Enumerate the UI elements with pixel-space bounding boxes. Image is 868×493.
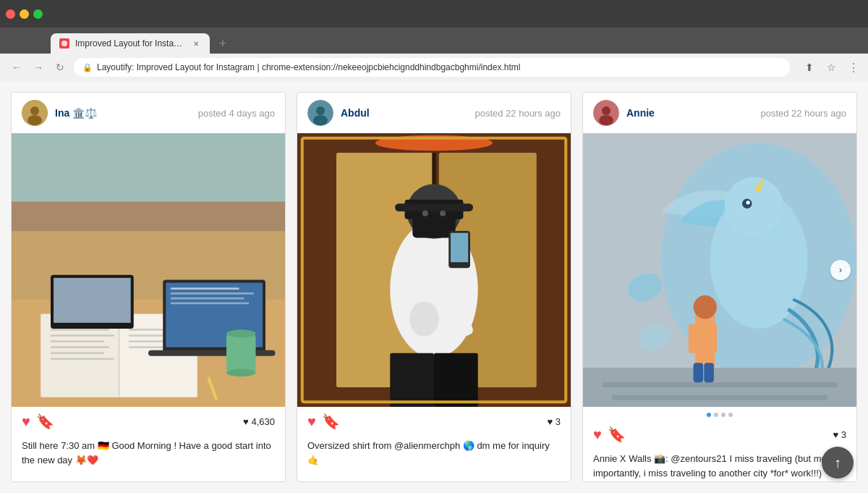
- like-button-ina[interactable]: ♥: [22, 413, 30, 430]
- svg-rect-27: [171, 298, 244, 300]
- svg-rect-13: [51, 334, 114, 337]
- avatar-annie: [593, 100, 619, 126]
- carousel-dot-2[interactable]: [714, 413, 718, 417]
- post-actions-abdul: ♥ 🔖 ♥ 3: [297, 407, 571, 436]
- post-card-abdul: Abdul posted 22 hours ago: [297, 92, 571, 482]
- svg-rect-12: [51, 329, 109, 331]
- like-heart-ina: ♥: [243, 416, 251, 427]
- svg-rect-14: [51, 340, 104, 342]
- svg-rect-25: [171, 287, 239, 290]
- post-caption-annie: Annie X Walls 📸: @zentours21 I miss trav…: [583, 449, 856, 481]
- browser-menu-button[interactable]: ⋮: [848, 61, 859, 75]
- post-actions-annie: ♥ 🔖 ♥ 3: [583, 420, 856, 449]
- post-time-annie: posted 22 hours ago: [760, 108, 846, 119]
- bookmark-button-annie[interactable]: 🔖: [608, 426, 626, 443]
- svg-point-59: [602, 106, 610, 115]
- svg-rect-30: [54, 278, 131, 323]
- post-time-ina: posted 4 days ago: [198, 108, 275, 119]
- username-ina[interactable]: Ina 🏛️⚖️: [55, 107, 97, 119]
- post-image-ina: [12, 133, 285, 407]
- heart-icon-annie: ♥: [593, 426, 602, 443]
- svg-rect-31: [226, 334, 256, 373]
- heart-icon-abdul: ♥: [307, 413, 316, 430]
- svg-rect-74: [694, 363, 704, 382]
- heart-icon-ina: ♥: [22, 413, 30, 430]
- forward-button[interactable]: →: [30, 59, 46, 75]
- post-header-annie: Annie posted 22 hours ago: [583, 93, 856, 133]
- carousel-dots: [583, 407, 856, 420]
- svg-point-3: [27, 115, 42, 125]
- post-caption-ina: Still here 7:30 am 🇩🇪 Good Morning ! Hav…: [12, 436, 285, 481]
- svg-point-60: [599, 115, 613, 125]
- bookmark-icon-abdul: 🔖: [322, 413, 340, 430]
- close-button[interactable]: [6, 9, 15, 19]
- bookmark-button-ina[interactable]: 🔖: [36, 413, 54, 430]
- bookmark-button-abdul[interactable]: 🔖: [322, 413, 340, 430]
- back-button[interactable]: ←: [9, 59, 25, 75]
- post-caption-abdul: Oversized shirt from @alienmerchph 🌎 dm …: [297, 436, 571, 481]
- bookmark-icon-annie: 🔖: [608, 426, 626, 443]
- like-button-annie[interactable]: ♥: [593, 426, 602, 443]
- svg-rect-17: [51, 358, 114, 361]
- caption-text-abdul: Oversized shirt from @alienmerchph 🌎 dm …: [307, 440, 550, 465]
- address-bar: ← → ↻ 🔒 Layoutify: Improved Layout for I…: [0, 54, 868, 81]
- carousel-dot-3[interactable]: [721, 413, 726, 417]
- svg-point-36: [316, 106, 325, 115]
- svg-point-71: [694, 295, 717, 319]
- svg-point-54: [409, 301, 439, 337]
- svg-rect-46: [395, 203, 473, 211]
- svg-rect-56: [434, 353, 478, 407]
- browser-chrome: [0, 0, 868, 28]
- svg-point-66: [746, 201, 749, 204]
- avatar-ina: [22, 100, 48, 126]
- svg-rect-69: [613, 395, 827, 400]
- svg-point-32: [226, 329, 256, 337]
- maximize-button[interactable]: [33, 9, 43, 19]
- scroll-to-top-button[interactable]: ↑: [822, 447, 854, 479]
- post-image-abdul: [297, 133, 571, 407]
- share-button[interactable]: ⬆: [801, 59, 817, 75]
- carousel-next-button[interactable]: ›: [830, 260, 851, 280]
- address-input[interactable]: 🔒 Layoutify: Improved Layout for Instagr…: [74, 58, 790, 77]
- minimize-button[interactable]: [20, 9, 29, 19]
- svg-rect-6: [12, 202, 285, 232]
- tab-favicon: [59, 38, 69, 49]
- main-content: Ina 🏛️⚖️ posted 4 days ago: [0, 81, 868, 493]
- new-tab-button[interactable]: +: [213, 33, 233, 54]
- username-abdul[interactable]: Abdul: [341, 107, 370, 119]
- post-header-abdul: Abdul posted 22 hours ago: [297, 93, 571, 133]
- address-text: Layoutify: Improved Layout for Instagram…: [97, 62, 781, 72]
- post-time-abdul: posted 22 hours ago: [475, 108, 561, 119]
- active-tab[interactable]: Improved Layout for Instagram ✕: [51, 33, 210, 54]
- svg-rect-51: [451, 233, 468, 263]
- carousel-dot-1[interactable]: [707, 413, 711, 417]
- carousel-dot-4[interactable]: [728, 413, 733, 417]
- bookmark-page-button[interactable]: ☆: [823, 59, 839, 75]
- caption-text-annie: Annie X Walls 📸: @zentours21 I miss trav…: [593, 453, 834, 481]
- svg-point-2: [30, 106, 39, 115]
- svg-point-37: [313, 115, 328, 125]
- svg-rect-68: [603, 382, 837, 387]
- post-image-annie: ›: [583, 133, 856, 407]
- traffic-lights: [6, 9, 43, 19]
- svg-point-33: [226, 368, 256, 376]
- tab-title: Improved Layout for Instagram: [75, 38, 185, 49]
- svg-rect-16: [51, 352, 104, 354]
- tab-close-button[interactable]: ✕: [191, 38, 201, 49]
- refresh-button[interactable]: ↻: [52, 59, 68, 75]
- svg-rect-26: [171, 292, 254, 295]
- like-count-ina: ♥ 4,630: [243, 416, 275, 427]
- bookmark-icon-ina: 🔖: [36, 413, 54, 430]
- like-count-annie: ♥ 3: [833, 429, 846, 440]
- svg-point-49: [440, 211, 446, 216]
- svg-rect-24: [148, 350, 276, 356]
- username-annie[interactable]: Annie: [626, 107, 655, 119]
- post-card-ina: Ina 🏛️⚖️ posted 4 days ago: [11, 92, 286, 482]
- posts-container: Ina 🏛️⚖️ posted 4 days ago: [0, 81, 868, 493]
- lock-icon: 🔒: [82, 63, 93, 72]
- like-count-abdul: ♥ 3: [547, 416, 561, 427]
- svg-point-0: [61, 41, 67, 46]
- svg-rect-55: [390, 353, 434, 407]
- post-card-annie: Annie posted 22 hours ago: [582, 92, 857, 482]
- like-button-abdul[interactable]: ♥: [307, 413, 316, 430]
